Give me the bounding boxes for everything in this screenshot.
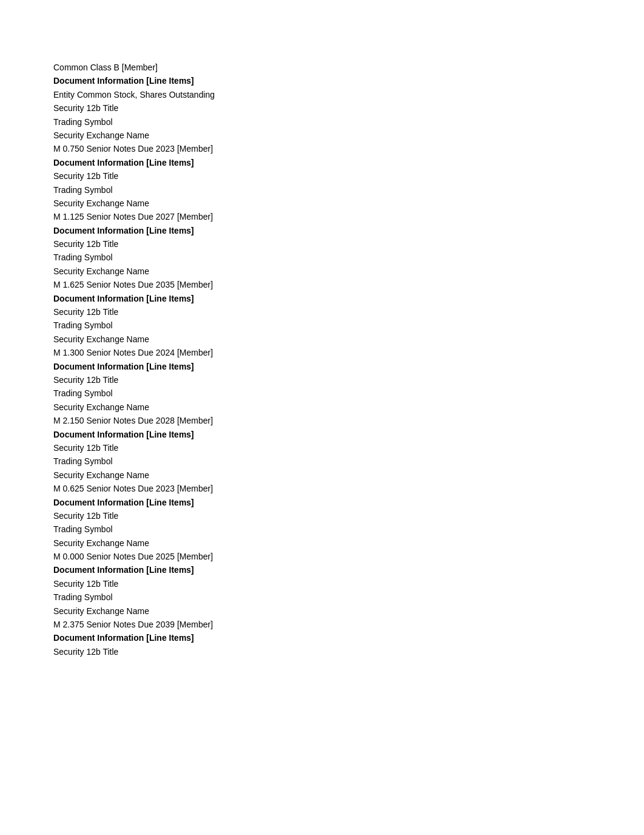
content-line: Security 12b Title [53,305,644,319]
content-line: Trading Symbol [53,590,644,604]
content-container: Common Class B [Member]Document Informat… [53,61,644,658]
content-line: Common Class B [Member] [53,61,644,74]
content-line: Security 12b Title [53,237,644,251]
content-line: Security Exchange Name [53,197,644,210]
content-line: M 1.125 Senior Notes Due 2027 [Member] [53,210,644,223]
content-line: Security Exchange Name [53,265,644,278]
content-line: M 1.625 Senior Notes Due 2035 [Member] [53,278,644,291]
content-line: M 2.150 Senior Notes Due 2028 [Member] [53,414,644,427]
document-info-line-items-label: Document Information [Line Items] [53,360,644,373]
content-line: Security 12b Title [53,101,644,115]
document-info-line-items-label: Document Information [Line Items] [53,74,644,87]
content-line: M 1.300 Senior Notes Due 2024 [Member] [53,346,644,359]
content-line: Security Exchange Name [53,129,644,142]
content-line: Security 12b Title [53,509,644,522]
content-line: Security 12b Title [53,441,644,455]
document-info-line-items-label: Document Information [Line Items] [53,496,644,509]
content-line: M 0.000 Senior Notes Due 2025 [Member] [53,550,644,563]
content-line: M 0.750 Senior Notes Due 2023 [Member] [53,142,644,155]
document-info-line-items-label: Document Information [Line Items] [53,292,644,305]
content-line: M 0.625 Senior Notes Due 2023 [Member] [53,482,644,495]
content-line: Trading Symbol [53,522,644,536]
content-line: Security Exchange Name [53,536,644,550]
document-info-line-items-label: Document Information [Line Items] [53,563,644,576]
content-line: Security Exchange Name [53,401,644,414]
content-line: Security 12b Title [53,577,644,590]
content-line: Entity Common Stock, Shares Outstanding [53,88,644,101]
document-info-line-items-label: Document Information [Line Items] [53,224,644,237]
document-info-line-items-label: Document Information [Line Items] [53,631,644,644]
content-line: Security 12b Title [53,373,644,387]
content-line: Trading Symbol [53,251,644,264]
content-line: Security Exchange Name [53,468,644,482]
content-line: Security 12b Title [53,169,644,183]
content-line: Trading Symbol [53,183,644,197]
content-line: Security Exchange Name [53,604,644,618]
content-line: Trading Symbol [53,387,644,400]
content-line: Security 12b Title [53,645,644,658]
document-info-line-items-label: Document Information [Line Items] [53,428,644,441]
content-line: Trading Symbol [53,115,644,129]
document-info-line-items-label: Document Information [Line Items] [53,156,644,169]
content-line: Trading Symbol [53,455,644,468]
content-line: Trading Symbol [53,319,644,332]
content-line: M 2.375 Senior Notes Due 2039 [Member] [53,618,644,631]
content-line: Security Exchange Name [53,333,644,346]
